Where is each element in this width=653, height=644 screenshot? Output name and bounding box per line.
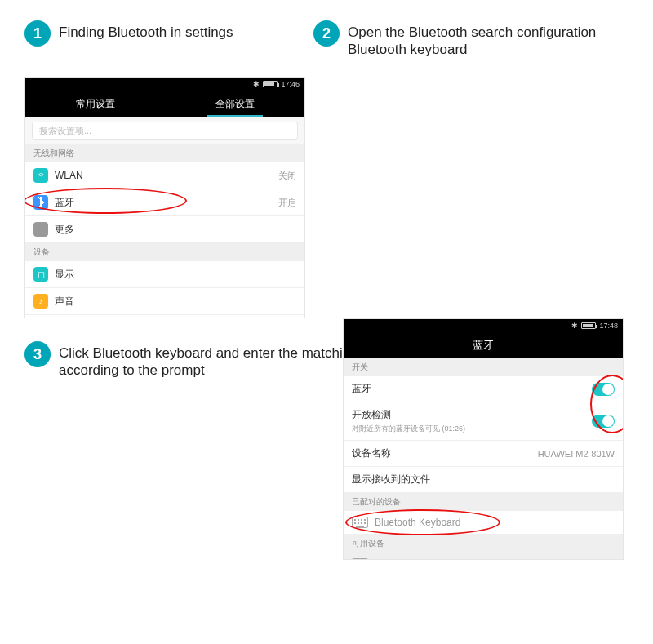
keyboard-icon [352, 558, 368, 560]
more-label: 更多 [55, 223, 296, 237]
received-files-label: 显示接收到的文件 [352, 473, 615, 486]
row-wlan[interactable]: ⌔ WLAN 关闭 [25, 162, 304, 189]
row-bt-toggle[interactable]: 蓝牙 [344, 376, 623, 402]
bluetooth-status-icon: ✱ [571, 322, 578, 330]
row-more[interactable]: ⋯ 更多 [25, 216, 304, 243]
battery-icon [581, 322, 596, 329]
keyboard-name: Bluetooth Keyboard [375, 517, 615, 528]
section-available: 可用设备 [344, 535, 623, 553]
search-placeholder: 搜索设置项... [39, 125, 91, 137]
screenshot-settings: ✱ 17:46 常用设置 全部设置 搜索设置项... 无线和网络 ⌔ WLAN … [24, 77, 305, 318]
section-paired: 已配对的设备 [344, 493, 623, 511]
bt-toggle[interactable] [592, 383, 615, 396]
screenshot-bluetooth-page: ✱ 17:48 蓝牙 开关 蓝牙 开放检测 对附近所有的蓝牙设备可见 (01:2… [343, 318, 624, 560]
bluetooth-icon [33, 195, 48, 210]
row-bluetooth[interactable]: 蓝牙 开启 [25, 189, 304, 216]
row-received-files[interactable]: 显示接收到的文件 [344, 467, 623, 493]
row-display[interactable]: ◻ 显示 [25, 261, 304, 288]
step-1-header: 1 Finding Bluetooth in settings [24, 20, 233, 47]
more-icon: ⋯ [33, 222, 48, 237]
visibility-label: 开放检测 对附近所有的蓝牙设备可见 (01:26) [352, 408, 592, 434]
bluetooth-label: 蓝牙 [55, 196, 278, 210]
wifi-icon: ⌔ [33, 168, 48, 183]
status-time: 17:48 [599, 322, 618, 330]
device-name-value: HUAWEI M2-801W [538, 449, 615, 459]
tab-common-settings[interactable]: 常用设置 [25, 91, 165, 117]
keyboard-icon [352, 517, 368, 528]
device-name-label: 设备名称 [352, 446, 538, 460]
bt-toggle-label: 蓝牙 [352, 382, 592, 396]
page-title-bluetooth: 蓝牙 [344, 332, 623, 358]
step-2-badge: 2 [313, 20, 340, 47]
section-wireless: 无线和网络 [25, 144, 304, 162]
row-storage[interactable]: ◔ 存储 [25, 315, 304, 318]
status-bar: ✱ 17:48 [344, 319, 623, 332]
battery-icon [263, 81, 278, 87]
step-1-badge: 1 [24, 20, 51, 47]
step-2-text: Open the Bluetooth search configuration … [348, 20, 640, 59]
step-2-header: 2 Open the Bluetooth search configuratio… [313, 20, 640, 59]
section-device: 设备 [25, 243, 304, 261]
status-time: 17:46 [281, 80, 300, 88]
row-sound[interactable]: ♪ 声音 [25, 288, 304, 315]
settings-search-input[interactable]: 搜索设置项... [32, 122, 298, 140]
settings-tabs: 常用设置 全部设置 [25, 91, 304, 117]
visibility-sub: 对附近所有的蓝牙设备可见 (01:26) [352, 424, 592, 434]
display-label: 显示 [55, 268, 296, 282]
bluetooth-status-icon: ✱ [253, 80, 260, 88]
row-available-device[interactable] [344, 553, 623, 560]
tab-all-settings[interactable]: 全部设置 [165, 91, 304, 117]
display-icon: ◻ [33, 267, 48, 282]
sound-label: 声音 [55, 295, 296, 309]
row-device-name[interactable]: 设备名称 HUAWEI M2-801W [344, 441, 623, 467]
section-switch: 开关 [344, 358, 623, 376]
row-visibility-toggle[interactable]: 开放检测 对附近所有的蓝牙设备可见 (01:26) [344, 402, 623, 441]
step-1-text: Finding Bluetooth in settings [59, 20, 233, 41]
status-bar: ✱ 17:46 [25, 78, 304, 91]
sound-icon: ♪ [33, 294, 48, 309]
wlan-value: 关闭 [278, 170, 296, 182]
bluetooth-value: 开启 [278, 197, 296, 209]
visibility-toggle[interactable] [592, 415, 615, 428]
wlan-label: WLAN [55, 170, 278, 181]
row-paired-keyboard[interactable]: Bluetooth Keyboard [344, 511, 623, 535]
step-3-badge: 3 [24, 341, 51, 367]
